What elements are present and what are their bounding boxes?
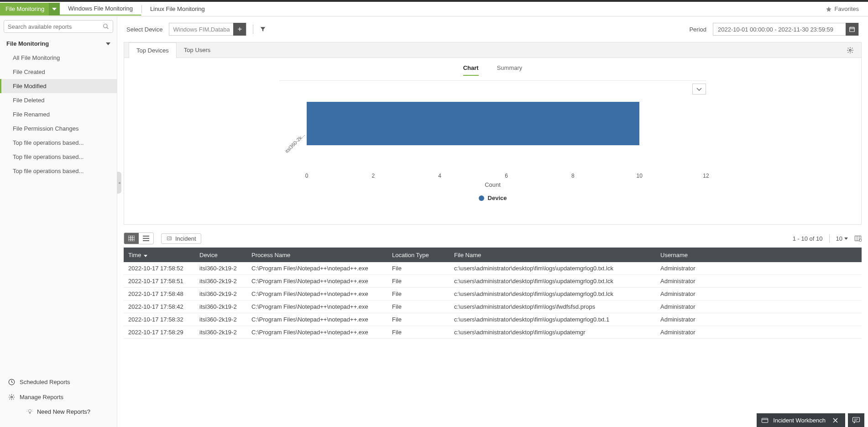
table-row[interactable]: 2022-10-17 17:58:51itsl360-2k19-2C:\Prog… [124, 275, 862, 288]
column-header[interactable]: Time [124, 252, 195, 258]
plus-icon: + [238, 25, 242, 33]
incident-button[interactable]: Incident [161, 233, 201, 244]
scheduled-reports-link[interactable]: Scheduled Reports [0, 374, 117, 390]
gear-icon [847, 47, 854, 54]
need-new-reports-link[interactable]: Need New Reports? [0, 405, 117, 419]
search-icon[interactable] [103, 23, 109, 30]
subtab-summary[interactable]: Summary [497, 64, 523, 76]
module-tab-bar: File Monitoring Windows File Monitoring … [0, 2, 868, 16]
sidebar-header-label: File Monitoring [6, 40, 49, 47]
table-cell: 2022-10-17 17:58:42 [124, 303, 195, 310]
table-cell: itsl360-2k19-2 [195, 278, 247, 285]
sidebar-item-file-permission-changes[interactable]: File Permission Changes [0, 121, 117, 136]
device-input[interactable] [169, 26, 233, 33]
sidebar-header[interactable]: File Monitoring [0, 37, 117, 51]
calendar-icon [849, 26, 855, 32]
close-icon[interactable] [830, 418, 841, 423]
svg-rect-7 [128, 236, 135, 241]
tab-windows-file-monitoring[interactable]: Windows File Monitoring [60, 3, 141, 16]
table-cell: 2022-10-17 17:58:48 [124, 290, 195, 297]
clock-icon [8, 379, 15, 385]
table-cell: c:\users\administrator\desktop\fim\logs\… [450, 290, 656, 297]
results-table: Time DeviceProcess NameLocation TypeFile… [124, 248, 862, 339]
search-input-wrap[interactable] [4, 20, 113, 33]
svg-rect-13 [853, 417, 860, 422]
table-cell: 2022-10-17 17:58:32 [124, 316, 195, 323]
table-row[interactable]: 2022-10-17 17:58:29itsl360-2k19-2C:\Prog… [124, 326, 862, 339]
sidebar-item-file-created[interactable]: File Created [0, 65, 117, 79]
sidebar-item-top-file-operations-based[interactable]: Top file operations based... [0, 136, 117, 150]
table-cell: itsl360-2k19-2 [195, 316, 247, 323]
list-icon [143, 236, 149, 241]
columns-settings-button[interactable] [854, 235, 862, 242]
star-icon [826, 6, 832, 12]
table-row[interactable]: 2022-10-17 17:58:42itsl360-2k19-2C:\Prog… [124, 300, 862, 313]
svg-point-9 [168, 238, 169, 239]
tab-linux-file-monitoring[interactable]: Linux File Monitoring [142, 3, 214, 16]
module-dropdown-label: File Monitoring [5, 5, 44, 12]
svg-point-3 [11, 396, 13, 398]
list-view-button[interactable] [139, 233, 153, 244]
table-row[interactable]: 2022-10-17 17:58:32itsl360-2k19-2C:\Prog… [124, 313, 862, 326]
sidebar-collapse-handle[interactable]: ◂ [117, 172, 121, 194]
column-header[interactable]: Username [656, 252, 706, 258]
favorites-label: Favorites [835, 5, 859, 12]
filter-icon[interactable] [260, 26, 266, 32]
grid-view-button[interactable] [124, 233, 139, 244]
period-input[interactable] [713, 26, 846, 33]
table-cell: itsl360-2k19-2 [195, 303, 247, 310]
svg-rect-8 [167, 237, 171, 240]
page-size-value: 10 [836, 235, 842, 242]
tab-top-devices[interactable]: Top Devices [129, 42, 177, 58]
table-cell: c:\users\administrator\desktop\fim\logs\… [450, 316, 656, 323]
sidebar-item-file-renamed[interactable]: File Renamed [0, 107, 117, 121]
subtab-label: Summary [497, 64, 523, 71]
caret-down-icon [844, 237, 848, 240]
column-header[interactable]: Location Type [387, 252, 450, 258]
incident-icon [166, 235, 173, 242]
table-cell: c:\users\administrator\desktop\fim\logs\… [450, 265, 656, 272]
module-dropdown[interactable]: File Monitoring [0, 3, 60, 16]
sidebar-item-all-file-monitoring[interactable]: All File Monitoring [0, 51, 117, 65]
table-cell: itsl360-2k19-2 [195, 329, 247, 336]
sidebar-item-file-deleted[interactable]: File Deleted [0, 93, 117, 107]
favorites-link[interactable]: Favorites [826, 5, 868, 12]
chart-x-tick: 12 [703, 173, 709, 179]
table-cell: Administrator [656, 303, 706, 310]
chart-x-label: Count [279, 181, 706, 188]
column-header[interactable]: File Name [450, 252, 656, 258]
svg-rect-12 [762, 418, 768, 422]
tab-top-users[interactable]: Top Users [177, 42, 218, 58]
caret-down-icon [106, 42, 110, 45]
chevron-down-icon[interactable] [49, 3, 60, 16]
subtab-chart[interactable]: Chart [463, 64, 479, 76]
incident-workbench-bar[interactable]: Incident Workbench [757, 413, 845, 427]
legend-dot-icon [479, 195, 484, 201]
chart-x-tick: 2 [371, 173, 375, 179]
manage-reports-link[interactable]: Manage Reports [0, 390, 117, 405]
table-cell: C:\Program Files\Notepad++\notepad++.exe [247, 329, 387, 336]
table-cell: File [387, 303, 450, 310]
table-cell: File [387, 265, 450, 272]
sidebar-item-top-file-operations-based[interactable]: Top file operations based... [0, 164, 117, 178]
table-cell: 2022-10-17 17:58:29 [124, 329, 195, 336]
chart-settings-button[interactable] [844, 47, 857, 54]
table-row[interactable]: 2022-10-17 17:58:48itsl360-2k19-2C:\Prog… [124, 288, 862, 300]
search-input[interactable] [8, 23, 103, 30]
workbench-icon [761, 417, 769, 423]
chat-button[interactable] [848, 413, 864, 427]
add-device-button[interactable]: + [233, 23, 246, 36]
chart-area: 024681012 itsl360-2k... Count Device [124, 81, 861, 224]
table-row[interactable]: 2022-10-17 17:58:52itsl360-2k19-2C:\Prog… [124, 262, 862, 275]
chart-x-tick: 4 [438, 173, 441, 179]
column-header[interactable]: Device [195, 252, 247, 258]
chart-bar[interactable] [307, 102, 639, 145]
divider [253, 25, 253, 34]
page-size-dropdown[interactable]: 10 [836, 235, 848, 242]
column-header[interactable]: Process Name [247, 252, 387, 258]
svg-point-4 [28, 410, 31, 412]
calendar-button[interactable] [846, 23, 858, 36]
table-cell: File [387, 290, 450, 297]
sidebar-item-top-file-operations-based[interactable]: Top file operations based... [0, 150, 117, 164]
sidebar-item-file-modified[interactable]: File Modified [0, 79, 117, 93]
